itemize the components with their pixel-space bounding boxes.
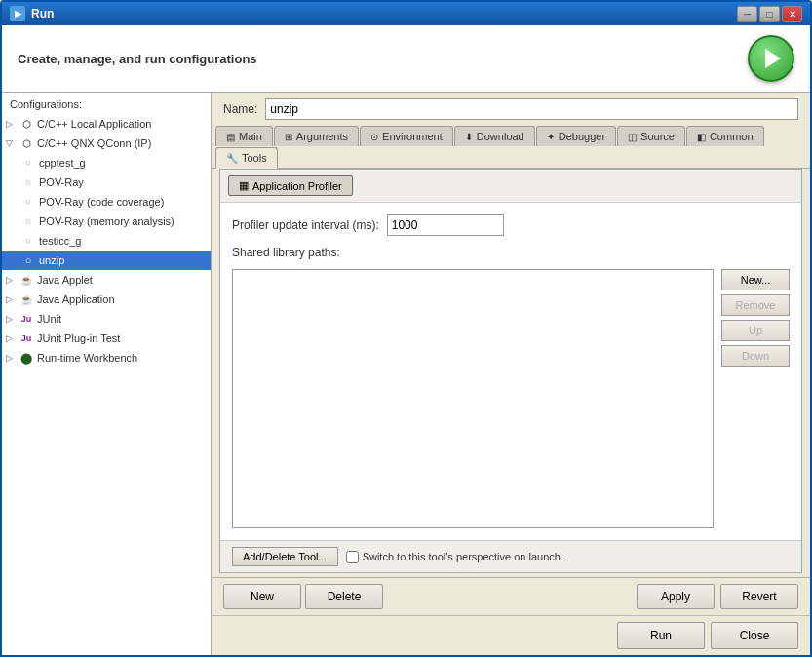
footer-right: Apply Revert <box>637 584 798 609</box>
window-title: Run <box>31 7 54 20</box>
profiler-content: Profiler update interval (ms): Shared li… <box>220 203 801 540</box>
run-button[interactable] <box>748 35 794 82</box>
sidebar-item-label: Java Applet <box>37 274 93 286</box>
sidebar-item-label: JUnit Plug-in Test <box>37 332 120 344</box>
sidebar-item-label: cpptest_g <box>39 157 86 169</box>
sidebar-item-java-applet[interactable]: ▷ ☕ Java Applet <box>2 270 211 290</box>
application-profiler-subtab[interactable]: ▦ Application Profiler <box>228 175 353 196</box>
tab-source-label: Source <box>640 131 675 142</box>
interval-input[interactable] <box>387 214 504 236</box>
sidebar-item-cpptest[interactable]: ○ cpptest_g <box>2 153 211 173</box>
subtab-label: Application Profiler <box>252 180 342 192</box>
perspective-checkbox-wrap: Switch to this tool's perspective on lau… <box>346 551 563 563</box>
down-lib-button[interactable]: Down <box>721 345 790 367</box>
tab-environment[interactable]: ⊙ Environment <box>360 126 453 146</box>
revert-button[interactable]: Revert <box>720 584 798 609</box>
header-title: Create, manage, and run configurations <box>18 52 257 66</box>
child-icon: ○ <box>20 233 36 249</box>
title-bar: ▶ Run ─ □ ✕ <box>2 2 810 25</box>
perspective-checkbox[interactable] <box>346 551 359 563</box>
bottom-bar: Add/Delete Tool... Switch to this tool's… <box>220 540 801 572</box>
common-tab-icon: ◧ <box>697 132 706 142</box>
sidebar-item-unzip[interactable]: ○ unzip <box>2 251 211 270</box>
sidebar-item-povray-mem[interactable]: ○ POV-Ray (memory analysis) <box>2 212 211 231</box>
java-icon: ☕ <box>19 291 34 307</box>
right-panel: Name: ▤ Main ⊞ Arguments ⊙ Environment <box>212 93 810 655</box>
perspective-label: Switch to this tool's perspective on lau… <box>363 551 563 562</box>
sidebar-item-cpp-qnx[interactable]: ▽ ⬡ C/C++ QNX QConn (IP) <box>2 134 211 153</box>
window-icon: ▶ <box>10 6 25 21</box>
sidebar-item-junit-plugin[interactable]: ▷ Ju JUnit Plug-in Test <box>2 328 211 348</box>
download-tab-icon: ⬇ <box>465 132 473 142</box>
subtab-icon: ▦ <box>239 179 249 192</box>
tools-tab-icon: 🔧 <box>226 153 238 164</box>
title-bar-controls: ─ □ ✕ <box>737 6 802 22</box>
content-area: ▦ Application Profiler Profiler update i… <box>219 169 802 573</box>
new-lib-button[interactable]: New... <box>721 269 790 290</box>
runtime-icon: ⬤ <box>19 350 34 366</box>
child-icon: ○ <box>20 194 36 210</box>
configurations-label: Configurations: <box>2 93 211 114</box>
footer-bar: New Delete Apply Revert <box>212 577 810 615</box>
sidebar: Configurations: ▷ ⬡ C/C++ Local Applicat… <box>2 93 212 655</box>
child-icon: ○ <box>20 252 36 268</box>
close-button[interactable]: Close <box>711 622 798 649</box>
up-lib-button[interactable]: Up <box>721 320 790 341</box>
sidebar-item-label: POV-Ray (memory analysis) <box>39 215 174 227</box>
tab-main[interactable]: ▤ Main <box>215 126 273 146</box>
expand-icon: ▷ <box>6 119 16 129</box>
junit-icon: Ju <box>19 330 34 346</box>
sidebar-item-label: POV-Ray <box>39 176 84 188</box>
tab-tools[interactable]: 🔧 Tools <box>215 147 278 169</box>
tab-arguments[interactable]: ⊞ Arguments <box>274 126 359 146</box>
interval-label: Profiler update interval (ms): <box>232 218 379 232</box>
sidebar-item-cpp-local[interactable]: ▷ ⬡ C/C++ Local Application <box>2 114 211 134</box>
sidebar-item-java-app[interactable]: ▷ ☕ Java Application <box>2 290 211 309</box>
expand-icon: ▷ <box>6 294 16 304</box>
sidebar-item-povray-cc[interactable]: ○ POV-Ray (code coverage) <box>2 192 211 212</box>
tab-environment-label: Environment <box>382 131 443 142</box>
delete-config-button[interactable]: Delete <box>305 584 383 609</box>
lib-paths-label: Shared library paths: <box>232 246 790 259</box>
expand-icon: ▷ <box>6 353 16 363</box>
sidebar-item-testicc[interactable]: ○ testicc_g <box>2 231 211 251</box>
tab-source[interactable]: ◫ Source <box>617 126 685 146</box>
cpp-icon: ⬡ <box>19 135 34 151</box>
expand-icon: ▷ <box>6 314 16 324</box>
add-delete-tool-button[interactable]: Add/Delete Tool... <box>232 547 338 566</box>
tab-common[interactable]: ◧ Common <box>686 126 764 146</box>
new-config-button[interactable]: New <box>223 584 301 609</box>
lib-buttons: New... Remove Up Down <box>721 269 790 528</box>
tabs-row: ▤ Main ⊞ Arguments ⊙ Environment ⬇ Downl… <box>212 126 810 169</box>
junit-icon: Ju <box>19 311 34 327</box>
source-tab-icon: ◫ <box>628 132 637 142</box>
action-footer: Run Close <box>212 615 810 655</box>
sidebar-item-label: Run-time Workbench <box>37 352 137 364</box>
child-icon: ○ <box>20 174 36 190</box>
cpp-icon: ⬡ <box>19 116 34 132</box>
apply-button[interactable]: Apply <box>637 584 715 609</box>
remove-lib-button[interactable]: Remove <box>721 294 790 316</box>
run-config-button[interactable]: Run <box>617 622 705 649</box>
sidebar-item-label: C/C++ Local Application <box>37 118 151 130</box>
close-window-button[interactable]: ✕ <box>782 6 802 22</box>
footer-left: New Delete <box>223 584 383 609</box>
sidebar-item-junit[interactable]: ▷ Ju JUnit <box>2 309 211 328</box>
name-row: Name: <box>212 93 810 126</box>
child-icon: ○ <box>20 155 36 171</box>
tab-debugger[interactable]: ✦ Debugger <box>536 126 616 146</box>
debugger-tab-icon: ✦ <box>547 132 555 142</box>
tab-download[interactable]: ⬇ Download <box>454 126 535 146</box>
sidebar-item-label: JUnit <box>37 313 61 325</box>
name-input[interactable] <box>265 98 798 120</box>
java-icon: ☕ <box>19 272 34 288</box>
tab-tools-label: Tools <box>242 152 267 164</box>
arguments-tab-icon: ⊞ <box>285 132 292 142</box>
sidebar-item-label: unzip <box>39 254 64 266</box>
lib-list[interactable] <box>232 269 714 528</box>
sidebar-item-runtime[interactable]: ▷ ⬤ Run-time Workbench <box>2 348 211 367</box>
name-label: Name: <box>223 102 257 116</box>
minimize-button[interactable]: ─ <box>737 6 757 22</box>
sidebar-item-povray[interactable]: ○ POV-Ray <box>2 173 211 192</box>
maximize-button[interactable]: □ <box>759 6 780 22</box>
